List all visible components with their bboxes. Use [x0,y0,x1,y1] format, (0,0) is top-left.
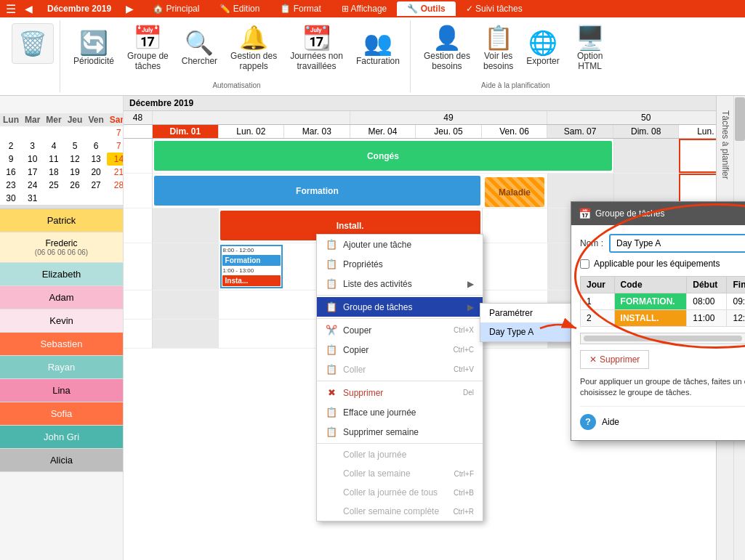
agent-rayan[interactable]: Rayan [0,356,123,379]
mc-day[interactable]: 24 [22,179,43,192]
voir-besoins-icon: 📋 [484,26,513,49]
agent-patrick[interactable]: Patrick [0,209,123,232]
mc-day[interactable]: 25 [43,179,64,192]
mc-lun: Lun [0,113,22,126]
agent-lina[interactable]: Lina [0,379,123,402]
agent-frederic[interactable]: Frederic (06 06 06 06 06) [0,232,123,263]
mc-day[interactable]: 12 [65,153,86,166]
mc-day[interactable]: 31 [22,192,43,205]
ctx-pc-label: Coller semaine complète [343,506,439,516]
mc-day[interactable]: 2 [0,139,22,153]
mc-day[interactable]: 9 [0,153,22,166]
btn-periodicite[interactable]: 🔄 Périodicité [69,28,118,69]
ctx-supprimer[interactable]: ✖ Supprimer Del [317,383,483,402]
tab-edition[interactable]: ✏️ Edition [209,1,270,16]
mc-day[interactable] [43,126,64,139]
mc-day[interactable] [65,126,86,139]
agent-elizabeth[interactable]: Elizabeth [0,263,123,286]
mc-day[interactable]: 17 [22,166,43,179]
submenu-parametrer[interactable]: Paramétrer [480,304,581,322]
mc-day[interactable]: 11 [43,153,64,166]
mc-day[interactable]: 21 [107,166,124,179]
dialog-checkbox[interactable] [580,259,589,269]
ctx-proprietes[interactable]: 📋 Propriétés [317,254,483,274]
tab-format[interactable]: 📋 Format [270,1,331,16]
mc-day[interactable]: 7 [107,139,124,153]
btn-supprimer[interactable]: ✕ Supprimer [580,350,649,369]
tab-affichage[interactable]: ⊞ Affichage [331,1,398,16]
ctx-copier[interactable]: 📋 Copier Ctrl+C [317,340,483,360]
btn-groupe-taches[interactable]: 📅 Groupe detâches [123,23,173,74]
next-month-btn[interactable]: ▶ [123,3,137,15]
mc-day[interactable]: 16 [0,166,22,179]
agent-kevin[interactable]: Kevin [0,309,123,333]
ctx-groupe-taches[interactable]: 📋 Groupe de tâches ▶ [317,297,483,317]
mc-ven: Ven [85,113,106,126]
btn-voir-besoins[interactable]: 📋 Voir lesbesoins [479,23,518,74]
btn-exporter[interactable]: 🌐 Exporter [522,28,563,69]
mc-day[interactable]: 10 [22,153,43,166]
tab-suivi[interactable]: ✓ Suivi tâches [456,1,533,16]
tab-outils[interactable]: 🔧 Outils [397,1,455,16]
mini-formation[interactable]: Formation [222,255,281,266]
event-conges[interactable]: Congés [154,141,612,171]
btn-gestion-besoins[interactable]: 👤 Gestion desbesoins [419,23,475,74]
dialog-nom-input[interactable] [609,234,745,253]
table-row[interactable]: 1 FORMATION. 08:00 09:30 [581,293,746,310]
mc-day[interactable]: 20 [85,166,106,179]
mc-day[interactable]: 26 [65,179,86,192]
table-row[interactable]: 2 INSTALL. 11:00 12:00 [581,310,746,327]
agent-alicia[interactable]: Alicia [0,449,123,472]
btn-chercher[interactable]: 🔍 Chercher [177,28,222,69]
agent-sebastien[interactable]: Sebastien [0,333,123,356]
tab-principal[interactable]: 🏠 Principal [142,1,209,16]
dialog-scroll-bar [584,336,742,341]
dialog-info: Pour appliquer un groupe de tâches, fait… [580,376,745,399]
td-debut-1: 08:00 [687,293,727,310]
btn-journees[interactable]: 📆 Journées nontravaillées [286,23,347,74]
mc-day[interactable]: 18 [43,166,64,179]
mc-day[interactable]: 7 [107,126,124,139]
agent-adam[interactable]: Adam [0,286,123,309]
ctx-pt-label: Coller la journée de tous [343,487,438,498]
ctx-ajouter-tache[interactable]: 📋 Ajouter une tâche [317,235,483,254]
mc-day[interactable] [0,126,22,139]
submenu-day-type-a[interactable]: Day Type A [480,322,581,341]
btn-option-html[interactable]: 🖥️ OptionHTML [568,23,612,74]
prev-month-btn[interactable]: ◀ [22,3,36,15]
mc-day[interactable]: 5 [65,139,86,153]
dialog-scroll[interactable] [580,333,745,344]
event-maladie[interactable]: Maladie [485,177,545,207]
scrollbar-thumb[interactable] [735,97,745,141]
mc-day[interactable]: 19 [65,166,86,179]
event-formation[interactable]: Formation [154,176,480,206]
maladie-label: Maladie [499,187,531,198]
mc-day[interactable]: 6 [85,139,106,153]
mc-day[interactable]: 23 [0,179,22,192]
mc-day[interactable]: 28 [107,179,124,192]
agent-john[interactable]: John Gri [0,426,123,449]
ctx-liste-activites[interactable]: 📋 Liste des activités ▶ [317,274,483,293]
mc-day[interactable]: 4 [43,139,64,153]
ctx-suppr-semaine[interactable]: 📋 Supprimer semaine [317,422,483,442]
hamburger-menu[interactable]: ☰ [6,2,16,16]
mc-day[interactable] [22,126,43,139]
mc-day[interactable] [85,126,106,139]
help-label: Aide [602,417,619,427]
mc-day[interactable]: 27 [85,179,106,192]
mc-day[interactable]: 30 [0,192,22,205]
trash-button[interactable]: 🗑️ [12,23,54,64]
ctx-couper[interactable]: ✂️ Couper Ctrl+X [317,320,483,340]
mini-install[interactable]: Insta... [222,275,281,286]
mc-day[interactable]: 3 [22,139,43,153]
btn-help[interactable]: ? [580,414,596,430]
mc-day[interactable]: 14 [107,153,124,166]
mc-day[interactable]: 13 [85,153,106,166]
btn-rappels[interactable]: 🔔 Gestion desrappels [226,23,281,74]
top-bar: ☰ ◀ Décembre 2019 ▶ 🏠 Principal ✏️ Editi… [0,0,745,17]
ctx-efface-journee[interactable]: 📋 Efface une journée [317,402,483,422]
btn-facturation[interactable]: 👥 Facturation [352,28,404,69]
cal-cell-4e [482,243,548,290]
cal-cell-3 [482,208,548,243]
agent-sofia[interactable]: Sofia [0,402,123,426]
